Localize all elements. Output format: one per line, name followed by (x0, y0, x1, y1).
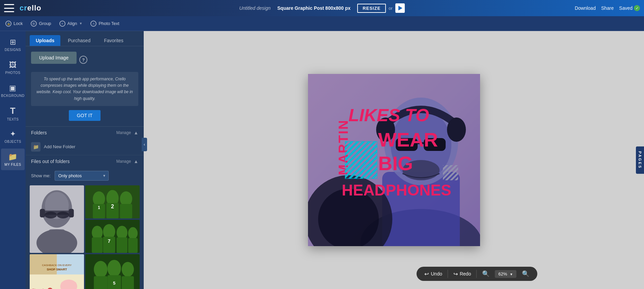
zoom-dropdown-icon: ▼ (510, 272, 513, 276)
sidebar-item-objects[interactable]: ✦ OBJECTS (1, 126, 25, 147)
got-it-button[interactable]: GOT IT (69, 110, 101, 121)
folders-section-header[interactable]: Folders Manage ▲ (26, 127, 144, 139)
left-sidebar: ⊞ DESIGNS 🖼 PHOTOS ▣ BCKGROUND T TEXTS ✦… (0, 31, 26, 289)
image-thumb-5[interactable]: 5 (85, 254, 140, 289)
sidebar-item-designs[interactable]: ⊞ DESIGNS (1, 34, 25, 55)
tab-favorites[interactable]: Favorites (98, 35, 130, 46)
align-tool[interactable]: ≡ Align ▼ (59, 21, 83, 27)
svg-rect-46 (94, 276, 107, 289)
files-actions: Manage ▲ (116, 159, 138, 164)
upload-section: Upload Image ? To speed up the web app p… (26, 46, 144, 127)
image-thumb-3[interactable]: 7 (85, 220, 140, 253)
tab-uploads[interactable]: Uploads (30, 35, 60, 46)
help-icon[interactable]: ? (79, 56, 87, 64)
upload-image-button[interactable]: Upload Image (31, 52, 77, 64)
files-section-header[interactable]: Files out of folders Manage ▲ (26, 155, 144, 167)
svg-text:BIG: BIG (378, 152, 413, 174)
undo-icon: ↩ (424, 271, 429, 277)
panel-tabs: Uploads Purchased Favorites (26, 31, 144, 46)
designs-icon: ⊞ (10, 38, 16, 47)
hamburger-menu[interactable] (4, 4, 14, 12)
collapse-arrow-icon: ‹ (144, 142, 145, 147)
svg-rect-77 (443, 165, 458, 180)
photo-text-label: Photo Text (99, 21, 119, 26)
sidebar-label-texts: TEXTS (7, 117, 19, 121)
show-me-select[interactable]: Only photos All files Only videos (55, 171, 109, 181)
svg-point-43 (94, 261, 107, 278)
sidebar-item-background[interactable]: ▣ BCKGROUND (1, 80, 25, 101)
objects-icon: ✦ (10, 130, 16, 138)
svg-rect-27 (117, 237, 128, 253)
image-thumb-2[interactable]: 2 1 (85, 185, 140, 218)
play-button[interactable] (395, 3, 405, 13)
sidebar-label-objects: OBJECTS (4, 140, 21, 143)
saved-badge: Saved ✓ (619, 5, 640, 11)
svg-text:5: 5 (113, 281, 115, 286)
share-button[interactable]: Share (601, 5, 614, 11)
svg-rect-75 (345, 141, 377, 179)
files-label: Files out of folders (31, 159, 69, 164)
svg-point-45 (122, 262, 134, 277)
lock-icon: 🔒 (5, 21, 11, 27)
resize-button[interactable]: RESIZE (357, 4, 386, 13)
folders-manage-link[interactable]: Manage (116, 130, 131, 135)
undo-label: Undo (431, 271, 442, 277)
bottom-toolbar: ↩ Undo ↪ Redo 🔍 62% ▼ 🔍 (416, 267, 537, 281)
svg-rect-17 (120, 204, 132, 218)
nav-right: Download Share Saved ✓ (575, 5, 640, 11)
pages-tab[interactable]: PAGES (636, 147, 644, 174)
logo: crello (20, 4, 41, 12)
photo-text-tool[interactable]: A Photo Text (90, 21, 119, 27)
add-folder-item[interactable]: 📁 Add New Folder (26, 139, 144, 155)
group-tool[interactable]: ⊞ Group (31, 21, 51, 27)
svg-text:HEADPHONES: HEADPHONES (342, 181, 451, 199)
redo-button[interactable]: ↪ Redo (451, 269, 474, 279)
main-canvas-area: MARTIN (144, 31, 644, 289)
zoom-out-button[interactable]: 🔍 (479, 269, 492, 279)
svg-point-7 (57, 212, 69, 218)
sidebar-label-photos: PHOTOS (5, 71, 20, 75)
canvas-wrapper: MARTIN (308, 74, 480, 246)
svg-text:1: 1 (98, 205, 100, 210)
left-panel: Uploads Purchased Favorites Upload Image… (26, 31, 144, 289)
zoom-out-icon: 🔍 (482, 270, 489, 278)
play-icon (398, 6, 402, 10)
sidebar-label-myfiles: MY FILES (4, 163, 21, 166)
lock-tool[interactable]: 🔒 Lock (5, 21, 23, 27)
download-button[interactable]: Download (575, 5, 596, 11)
show-me-row: Show me: Only photos All files Only vide… (26, 167, 144, 184)
sidebar-item-texts[interactable]: T TEXTS (1, 103, 25, 124)
svg-rect-4 (40, 209, 45, 217)
svg-point-38 (70, 281, 77, 287)
undo-button[interactable]: ↩ Undo (422, 269, 445, 279)
svg-rect-48 (122, 276, 134, 289)
image-grid: 2 1 7 (26, 184, 144, 289)
design-canvas[interactable]: MARTIN (308, 74, 480, 246)
saved-label: Saved (619, 5, 633, 11)
lock-label: Lock (13, 21, 23, 26)
zoom-in-button[interactable]: 🔍 (519, 269, 532, 279)
svg-point-6 (45, 212, 57, 218)
sidebar-item-myfiles[interactable]: 📁 MY FILES (1, 149, 25, 170)
sidebar-item-photos[interactable]: 🖼 PHOTOS (1, 57, 25, 78)
top-navigation: crello Untitled design Square Graphic Po… (0, 0, 644, 16)
tab-purchased[interactable]: Purchased (62, 35, 96, 46)
image-thumb-1[interactable] (30, 185, 84, 253)
svg-point-62 (447, 117, 466, 142)
redo-label: Redo (460, 271, 471, 277)
files-manage-link[interactable]: Manage (116, 159, 131, 164)
design-name: Untitled design (239, 5, 271, 11)
svg-rect-5 (69, 209, 74, 217)
zoom-display[interactable]: 62% ▼ (495, 270, 516, 278)
toolbar-divider-2 (476, 270, 477, 278)
panel-collapse-arrow[interactable]: ‹ (142, 138, 147, 151)
folders-label: Folders (31, 130, 47, 135)
background-icon: ▣ (9, 84, 17, 93)
svg-point-37 (61, 281, 68, 287)
zoom-in-icon: 🔍 (522, 270, 529, 278)
svg-text:2: 2 (111, 203, 114, 209)
image-thumb-4[interactable]: CASHBACK ON EVERY SHOP SMART Shopping m (30, 254, 84, 289)
align-label: Align (67, 21, 77, 26)
folders-actions: Manage ▲ (116, 130, 138, 135)
info-box: To speed up the web app performance, Cre… (31, 72, 138, 106)
